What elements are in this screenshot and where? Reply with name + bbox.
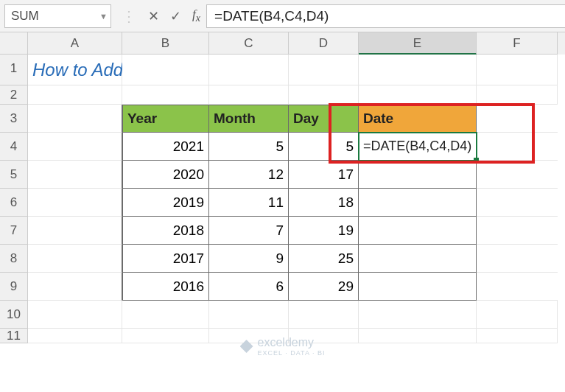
col-header-D[interactable]: D <box>289 32 359 55</box>
header-day[interactable]: Day <box>289 105 359 133</box>
header-year[interactable]: Year <box>122 105 209 133</box>
cell-D2[interactable] <box>289 85 359 105</box>
cell-D10[interactable] <box>289 301 359 329</box>
grid-rows: 1 How to Add Days to Date Using DATE Fun… <box>0 55 565 343</box>
cell-E7[interactable] <box>359 217 477 245</box>
separator: ⋮ <box>122 7 136 25</box>
cell-A6[interactable] <box>28 189 122 217</box>
col-header-C[interactable]: C <box>209 32 289 55</box>
cell-D4[interactable]: 5 <box>289 133 359 161</box>
cell-E4-editing[interactable]: =DATE(B4,C4,D4) <box>359 133 477 161</box>
header-date[interactable]: Date <box>359 105 477 133</box>
cell-A4[interactable] <box>28 133 122 161</box>
fx-icon[interactable]: fx <box>192 7 200 24</box>
cell-E1[interactable] <box>359 55 477 85</box>
row-header-7[interactable]: 7 <box>0 217 28 245</box>
cell-F5[interactable] <box>477 161 558 189</box>
cell-C2[interactable] <box>209 85 289 105</box>
cell-E9[interactable] <box>359 273 477 301</box>
cell-D8[interactable]: 25 <box>289 245 359 273</box>
cell-B6[interactable]: 2019 <box>122 189 209 217</box>
select-all-corner[interactable] <box>0 32 28 55</box>
cell-B4[interactable]: 2021 <box>122 133 209 161</box>
cell-E11[interactable] <box>359 329 477 343</box>
watermark-tagline: EXCEL · DATA · BI <box>258 349 326 357</box>
cell-A3[interactable] <box>28 105 122 133</box>
cell-B2[interactable] <box>122 85 209 105</box>
cell-C4[interactable]: 5 <box>209 133 289 161</box>
row-header-5[interactable]: 5 <box>0 161 28 189</box>
cell-E2[interactable] <box>359 85 477 105</box>
row-header-8[interactable]: 8 <box>0 245 28 273</box>
cell-F2[interactable] <box>477 85 558 105</box>
cell-F4[interactable] <box>477 133 558 161</box>
cell-F11[interactable] <box>477 329 558 343</box>
formula-input[interactable]: =DATE(B4,C4,D4) <box>206 4 565 28</box>
cell-A10[interactable] <box>28 301 122 329</box>
col-header-B[interactable]: B <box>122 32 209 55</box>
col-header-F[interactable]: F <box>477 32 558 55</box>
row-header-10[interactable]: 10 <box>0 301 28 329</box>
cell-F6[interactable] <box>477 189 558 217</box>
row-header-9[interactable]: 9 <box>0 273 28 301</box>
col-header-A[interactable]: A <box>28 32 122 55</box>
cell-D5[interactable]: 17 <box>289 161 359 189</box>
cell-E4-formula: =DATE(B4,C4,D4) <box>363 139 471 154</box>
cell-A2[interactable] <box>28 85 122 105</box>
cell-C6[interactable]: 11 <box>209 189 289 217</box>
cell-B9[interactable]: 2016 <box>122 273 209 301</box>
formula-text: =DATE(B4,C4,D4) <box>214 8 329 24</box>
row-header-6[interactable]: 6 <box>0 189 28 217</box>
cell-C10[interactable] <box>209 301 289 329</box>
cell-D9[interactable]: 29 <box>289 273 359 301</box>
cell-B7[interactable]: 2018 <box>122 217 209 245</box>
cell-A5[interactable] <box>28 161 122 189</box>
fill-handle[interactable] <box>474 158 479 163</box>
cell-C1[interactable] <box>209 55 289 85</box>
chevron-down-icon[interactable]: ▼ <box>99 12 108 21</box>
cell-E6[interactable] <box>359 189 477 217</box>
row-10: 10 <box>0 301 565 329</box>
cell-B10[interactable] <box>122 301 209 329</box>
header-month[interactable]: Month <box>209 105 289 133</box>
row-8: 8 2017 9 25 <box>0 245 565 273</box>
row-header-2[interactable]: 2 <box>0 85 28 105</box>
row-header-3[interactable]: 3 <box>0 105 28 133</box>
cell-B5[interactable]: 2020 <box>122 161 209 189</box>
name-box[interactable]: SUM ▼ <box>4 4 111 28</box>
cell-E10[interactable] <box>359 301 477 329</box>
cell-A7[interactable] <box>28 217 122 245</box>
cell-E5[interactable] <box>359 161 477 189</box>
cell-A8[interactable] <box>28 245 122 273</box>
row-header-1[interactable]: 1 <box>0 55 28 85</box>
cell-C9[interactable]: 6 <box>209 273 289 301</box>
row-2: 2 <box>0 85 565 105</box>
cell-F9[interactable] <box>477 273 558 301</box>
name-box-value: SUM <box>11 9 39 24</box>
row-9: 9 2016 6 29 <box>0 273 565 301</box>
cell-B1[interactable] <box>122 55 209 85</box>
row-header-11[interactable]: 11 <box>0 329 28 343</box>
cell-B11[interactable] <box>122 329 209 343</box>
enter-icon[interactable]: ✓ <box>164 8 186 24</box>
row-header-4[interactable]: 4 <box>0 133 28 161</box>
row-4: 4 2021 5 5 =DATE(B4,C4,D4) <box>0 133 565 161</box>
cell-C7[interactable]: 7 <box>209 217 289 245</box>
cell-F7[interactable] <box>477 217 558 245</box>
cell-A11[interactable] <box>28 329 122 343</box>
cancel-icon[interactable]: ✕ <box>142 8 164 24</box>
cell-B8[interactable]: 2017 <box>122 245 209 273</box>
cell-D1[interactable] <box>289 55 359 85</box>
cell-D6[interactable]: 18 <box>289 189 359 217</box>
cell-F3[interactable] <box>477 105 558 133</box>
col-header-E[interactable]: E <box>359 32 477 55</box>
cell-F10[interactable] <box>477 301 558 329</box>
cell-C5[interactable]: 12 <box>209 161 289 189</box>
cell-F8[interactable] <box>477 245 558 273</box>
cell-D7[interactable]: 19 <box>289 217 359 245</box>
cell-A9[interactable] <box>28 273 122 301</box>
cell-E8[interactable] <box>359 245 477 273</box>
cell-C8[interactable]: 9 <box>209 245 289 273</box>
cell-F1[interactable] <box>477 55 558 85</box>
cell-A1[interactable]: How to Add Days to Date Using DATE Funct… <box>28 55 122 85</box>
